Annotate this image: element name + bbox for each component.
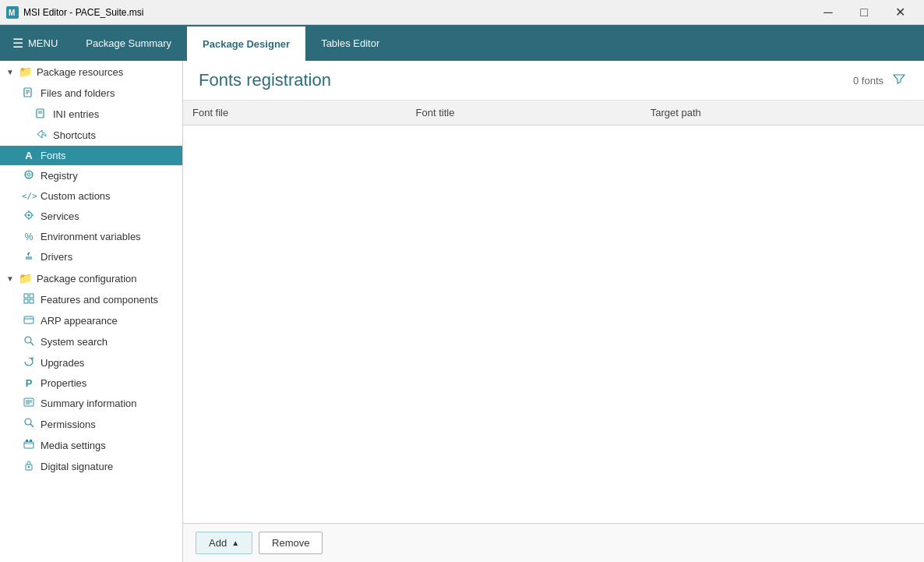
svg-point-29 (25, 337, 31, 343)
add-label: Add (209, 537, 227, 549)
sidebar-item-label: Services (41, 210, 79, 222)
digital-sig-icon (22, 460, 36, 473)
chevron-down-icon: ▼ (6, 68, 14, 76)
svg-point-35 (25, 419, 31, 425)
sidebar-item-label: Shortcuts (53, 129, 96, 141)
tab-package-summary[interactable]: Package Summary (70, 25, 187, 61)
svg-point-10 (27, 173, 30, 176)
sidebar-group-package-configuration[interactable]: ▼ 📁 Package configuration (0, 267, 182, 289)
custom-actions-icon: </> (22, 191, 36, 201)
sidebar-item-label: Environment variables (41, 231, 141, 242)
column-font-file: Font file (183, 101, 407, 125)
search-icon (22, 335, 36, 348)
services-icon (22, 210, 36, 223)
sidebar-item-label: Drivers (41, 251, 72, 263)
menu-label: MENU (28, 37, 58, 49)
sidebar-item-label: Permissions (41, 419, 96, 430)
svg-point-16 (28, 214, 30, 217)
filter-button[interactable] (890, 71, 908, 90)
filter-icon (893, 72, 905, 85)
tab-tables-editor[interactable]: Tables Editor (305, 25, 395, 61)
window-controls: ─ □ ✕ (810, 0, 918, 25)
sidebar-item-label: System search (41, 336, 108, 348)
group-label-package-resources: Package resources (37, 66, 123, 78)
chevron-down-icon-2: ▼ (6, 274, 14, 283)
sidebar-item-digital-signature[interactable]: Digital signature (0, 456, 182, 477)
svg-line-30 (30, 342, 34, 345)
hamburger-icon: ☰ (12, 36, 23, 51)
add-button[interactable]: Add ▲ (196, 532, 252, 554)
sidebar-item-ini-entries[interactable]: INI entries (0, 104, 182, 125)
sidebar-item-label: Features and components (41, 294, 158, 306)
main-layout: ▼ 📁 Package resources Files and folders (0, 61, 924, 562)
svg-rect-38 (24, 442, 34, 448)
sidebar-item-files-and-folders[interactable]: Files and folders (0, 83, 182, 104)
sidebar-item-properties[interactable]: P Properties (0, 373, 182, 393)
sidebar-group-package-resources[interactable]: ▼ 📁 Package resources (0, 61, 182, 83)
group-label-package-configuration: Package configuration (37, 273, 137, 285)
table-container: Font file Font title Target path (183, 101, 924, 523)
sidebar-item-upgrades[interactable]: Upgrades (0, 352, 182, 373)
sidebar-item-shortcuts[interactable]: Shortcuts (0, 125, 182, 146)
svg-rect-39 (26, 440, 28, 442)
app-icon: M (6, 6, 19, 19)
window-title: MSI Editor - PACE_Suite.msi (23, 7, 144, 18)
sidebar-item-label: INI entries (53, 108, 99, 120)
content-footer: Add ▲ Remove (183, 523, 924, 562)
sidebar-item-environment-variables[interactable]: % Environment variables (0, 227, 182, 246)
sidebar-item-services[interactable]: Services (0, 206, 182, 227)
sidebar-item-label: Files and folders (41, 87, 115, 99)
sidebar-item-media-settings[interactable]: Media settings (0, 435, 182, 456)
sidebar-item-label: Registry (41, 170, 78, 182)
fonts-table: Font file Font title Target path (183, 101, 924, 125)
svg-rect-24 (30, 294, 34, 298)
menu-bar: ☰ MENU Package Summary Package Designer … (0, 25, 924, 61)
sidebar: ▼ 📁 Package resources Files and folders (0, 61, 183, 562)
permissions-icon (22, 418, 36, 431)
sidebar-item-label: Properties (41, 377, 86, 389)
sidebar-item-label: Custom actions (41, 190, 111, 202)
summary-icon (22, 397, 36, 410)
svg-text:M: M (9, 9, 15, 17)
sidebar-item-label: Summary information (41, 398, 137, 409)
sidebar-item-label: ARP appearance (41, 315, 118, 327)
sidebar-item-label: Digital signature (41, 461, 113, 472)
sidebar-item-registry[interactable]: Registry (0, 165, 182, 186)
close-button[interactable]: ✕ (882, 0, 918, 25)
files-icon (22, 87, 36, 100)
upgrades-icon (22, 356, 36, 369)
folder-icon: 📁 (19, 65, 32, 78)
sidebar-item-permissions[interactable]: Permissions (0, 414, 182, 435)
svg-rect-23 (24, 294, 28, 298)
tab-package-designer[interactable]: Package Designer (187, 25, 305, 61)
sidebar-item-label: Media settings (41, 440, 106, 451)
title-bar: M MSI Editor - PACE_Suite.msi ─ □ ✕ (0, 0, 924, 25)
properties-icon: P (22, 377, 36, 389)
sidebar-item-system-search[interactable]: System search (0, 331, 182, 352)
column-font-title: Font title (407, 101, 641, 125)
maximize-button[interactable]: □ (846, 0, 882, 25)
env-vars-icon: % (22, 232, 36, 242)
features-icon (22, 293, 36, 306)
svg-rect-27 (24, 316, 34, 323)
sidebar-item-arp-appearance[interactable]: ARP appearance (0, 310, 182, 331)
hamburger-menu-button[interactable]: ☰ MENU (0, 25, 70, 61)
svg-rect-26 (30, 299, 34, 303)
sidebar-item-custom-actions[interactable]: </> Custom actions (0, 186, 182, 206)
sidebar-item-features-and-components[interactable]: Features and components (0, 289, 182, 310)
sidebar-item-label: Fonts (41, 150, 66, 161)
ini-icon (34, 108, 48, 121)
sidebar-item-drivers[interactable]: Drivers (0, 246, 182, 267)
svg-rect-25 (24, 299, 28, 303)
svg-rect-40 (30, 440, 32, 442)
content-area: Fonts registration 0 fonts Font file Fon… (183, 61, 924, 562)
content-header: Fonts registration 0 fonts (183, 61, 924, 101)
column-target-path: Target path (641, 101, 924, 125)
sidebar-item-summary-information[interactable]: Summary information (0, 393, 182, 414)
remove-button[interactable]: Remove (259, 532, 323, 554)
font-count-label: 0 fonts (853, 75, 883, 87)
sidebar-item-fonts[interactable]: A Fonts (0, 146, 182, 165)
add-arrow-icon: ▲ (231, 539, 239, 547)
svg-point-42 (28, 466, 30, 468)
minimize-button[interactable]: ─ (810, 0, 846, 25)
